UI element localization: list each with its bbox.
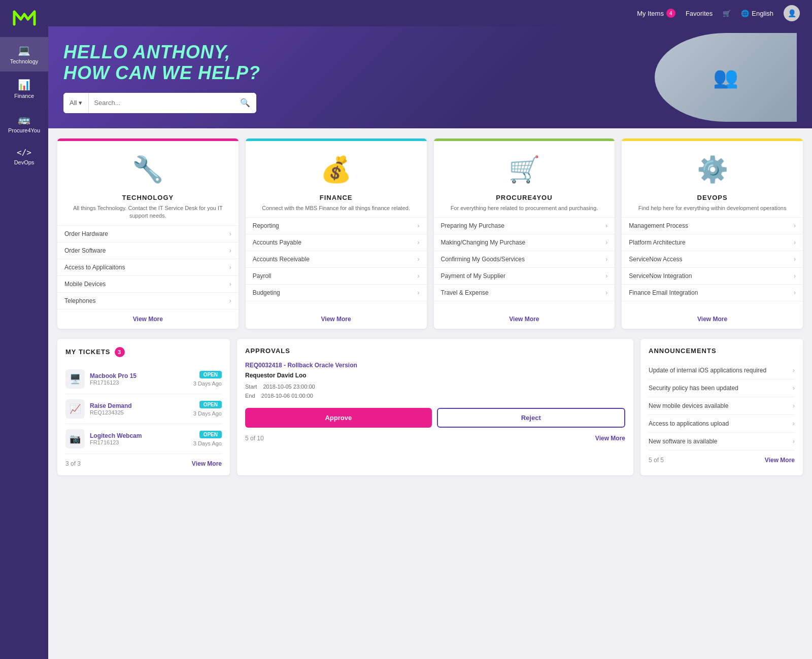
- language-nav[interactable]: 🌐 English: [741, 10, 773, 17]
- tech-list-item-4[interactable]: Telephones ›: [57, 293, 239, 309]
- ticket-status-1: OPEN: [199, 401, 222, 408]
- chevron-right-icon: ›: [418, 256, 420, 263]
- procure-list-item-3[interactable]: Payment of My Supplier ›: [434, 268, 615, 285]
- finance-view-more[interactable]: View More: [246, 309, 427, 329]
- hero-greeting: Hello Anthony, How can we help?: [63, 42, 260, 84]
- devops-card-desc: Find help here for everything within dev…: [638, 204, 787, 212]
- favorites-label: Favorites: [686, 10, 713, 17]
- devops-icon: </>: [17, 148, 31, 157]
- chevron-right-icon: ›: [605, 289, 607, 296]
- chevron-right-icon: ›: [229, 230, 231, 237]
- ticket-item-1: 📈 Raise Demand REQ1234325 OPEN 3 Days Ag…: [65, 394, 222, 424]
- search-button[interactable]: 🔍: [234, 93, 256, 113]
- sidebar-item-technology[interactable]: 💻 Technology: [0, 37, 48, 72]
- procure4you-card: 🛒 PROCURE4YOU For everything here relate…: [434, 138, 615, 329]
- finance-list-item-3[interactable]: Payroll ›: [246, 268, 427, 285]
- finance-list-item-2[interactable]: Accounts Receivable ›: [246, 251, 427, 268]
- announce-item-4[interactable]: New software is available ›: [649, 433, 795, 450]
- devops-list-item-2[interactable]: ServiceNow Access ›: [622, 251, 803, 268]
- approve-button[interactable]: Approve: [245, 408, 432, 428]
- procure-list-item-0[interactable]: Preparing My Purchase ›: [434, 218, 615, 234]
- chevron-right-icon: ›: [793, 367, 795, 374]
- announce-item-2[interactable]: New mobile devices available ›: [649, 397, 795, 415]
- procure-card-title: PROCURE4YOU: [496, 194, 552, 201]
- ticket-date-0: 3 Days Ago: [193, 380, 222, 387]
- chevron-right-icon: ›: [229, 281, 231, 288]
- finance-card-title: FINANCE: [320, 194, 353, 201]
- my-items-nav[interactable]: My Items 4: [637, 9, 675, 18]
- devops-list-item-0[interactable]: Management Process ›: [622, 218, 803, 234]
- procure-list-item-4[interactable]: Travel & Expense ›: [434, 285, 615, 301]
- favorites-nav[interactable]: Favorites: [686, 10, 713, 17]
- sidebar: 💻 Technology 📊 Finance 🚌 Procure4You </>…: [0, 0, 48, 659]
- chevron-right-icon: ›: [229, 247, 231, 254]
- chevron-right-icon: ›: [418, 289, 420, 296]
- announce-item-3[interactable]: Access to applications upload ›: [649, 415, 795, 433]
- chevron-right-icon: ›: [794, 239, 796, 246]
- tickets-view-more[interactable]: View More: [192, 460, 222, 467]
- ticket-name-0[interactable]: Macbook Pro 15: [90, 372, 188, 379]
- ticket-item-0: 🖥️ Macbook Pro 15 FR1716123 OPEN 3 Days …: [65, 364, 222, 394]
- technology-view-more[interactable]: View More: [57, 309, 239, 329]
- procure-list-item-1[interactable]: Making/Changing My Purchase ›: [434, 234, 615, 251]
- procure-card-list: Preparing My Purchase › Making/Changing …: [434, 217, 615, 301]
- chevron-right-icon: ›: [605, 239, 607, 246]
- finance-list-item-1[interactable]: Accounts Payable ›: [246, 234, 427, 251]
- cart-icon: 🛒: [723, 10, 731, 17]
- tech-list-item-1[interactable]: Order Software ›: [57, 242, 239, 259]
- devops-view-more[interactable]: View More: [622, 309, 803, 329]
- search-input[interactable]: [89, 99, 234, 107]
- finance-card: 💰 FINANCE Connect with the MBS Finance f…: [246, 138, 427, 329]
- sidebar-item-finance[interactable]: 📊 Finance: [0, 72, 48, 106]
- procure-view-more[interactable]: View More: [434, 309, 615, 329]
- app-logo[interactable]: [10, 5, 38, 28]
- finance-list-item-0[interactable]: Reporting ›: [246, 218, 427, 234]
- approval-req-desc: Rollback Oracle Version: [287, 362, 357, 369]
- tickets-panel: MY TICKETS 3 🖥️ Macbook Pro 15 FR1716123…: [57, 339, 230, 475]
- announce-item-1[interactable]: Security policy has been updated ›: [649, 379, 795, 397]
- ticket-icon-0: 🖥️: [65, 369, 85, 389]
- chevron-right-icon: ›: [794, 289, 796, 296]
- announcements-view-more[interactable]: View More: [765, 457, 795, 464]
- ticket-name-1[interactable]: Raise Demand: [90, 402, 188, 409]
- technology-card-body: 🔧 TECHNOLOGY All things Technology. Cont…: [57, 141, 239, 225]
- cart-nav[interactable]: 🛒: [723, 10, 731, 17]
- chevron-right-icon: ›: [793, 438, 795, 445]
- ticket-name-2[interactable]: Logitech Webcam: [90, 432, 188, 439]
- tech-list-item-3[interactable]: Mobile Devices ›: [57, 276, 239, 293]
- language-label: English: [752, 10, 773, 17]
- procure-list-item-2[interactable]: Confirming My Goods/Services ›: [434, 251, 615, 268]
- announcements-footer-count: 5 of 5: [649, 457, 664, 464]
- tickets-title: MY TICKETS 3: [65, 347, 222, 357]
- ticket-icon-2: 📷: [65, 429, 85, 448]
- approvals-view-more[interactable]: View More: [595, 435, 625, 442]
- sidebar-item-devops-label: DevOps: [14, 159, 35, 165]
- ticket-id-1: REQ1234325: [90, 409, 188, 415]
- sidebar-item-devops[interactable]: </> DevOps: [0, 141, 48, 172]
- devops-card: ⚙️ DEVOPS Find help here for everything …: [622, 138, 803, 329]
- chevron-right-icon: ›: [794, 256, 796, 263]
- chevron-right-icon: ›: [418, 272, 420, 280]
- devops-card-icon: ⚙️: [697, 149, 728, 190]
- technology-card-title: TECHNOLOGY: [122, 194, 174, 201]
- announcements-title: ANNOUNCEMENTS: [649, 347, 795, 355]
- technology-card-desc: All things Technology. Contact the IT Se…: [65, 204, 230, 220]
- search-all-button[interactable]: All ▾: [63, 93, 89, 113]
- tech-list-item-2[interactable]: Access to Applicaitons ›: [57, 259, 239, 276]
- devops-list-item-1[interactable]: Platform Architecture ›: [622, 234, 803, 251]
- devops-list-item-3[interactable]: ServiceNow Integration ›: [622, 268, 803, 285]
- sidebar-item-procure4you[interactable]: 🚌 Procure4You: [0, 106, 48, 141]
- chevron-right-icon: ›: [418, 239, 420, 246]
- announcements-panel: ANNOUNCEMENTS Update of internal iOS app…: [640, 339, 803, 475]
- devops-list-item-4[interactable]: Finance Email Integration ›: [622, 285, 803, 301]
- reject-button[interactable]: Reject: [437, 408, 626, 428]
- approvals-footer-count: 5 of 10: [245, 435, 264, 442]
- user-avatar[interactable]: 👤: [784, 5, 800, 21]
- tech-list-item-0[interactable]: Order Hardware ›: [57, 226, 239, 242]
- approval-requestor: Requestor David Loo: [245, 372, 625, 379]
- ticket-status-2: OPEN: [199, 431, 222, 438]
- finance-list-item-4[interactable]: Budgeting ›: [246, 285, 427, 301]
- tickets-badge: 3: [115, 347, 125, 357]
- announce-item-0[interactable]: Update of internal iOS applications requ…: [649, 362, 795, 379]
- procure-card-desc: For everything here related to procureme…: [451, 204, 598, 212]
